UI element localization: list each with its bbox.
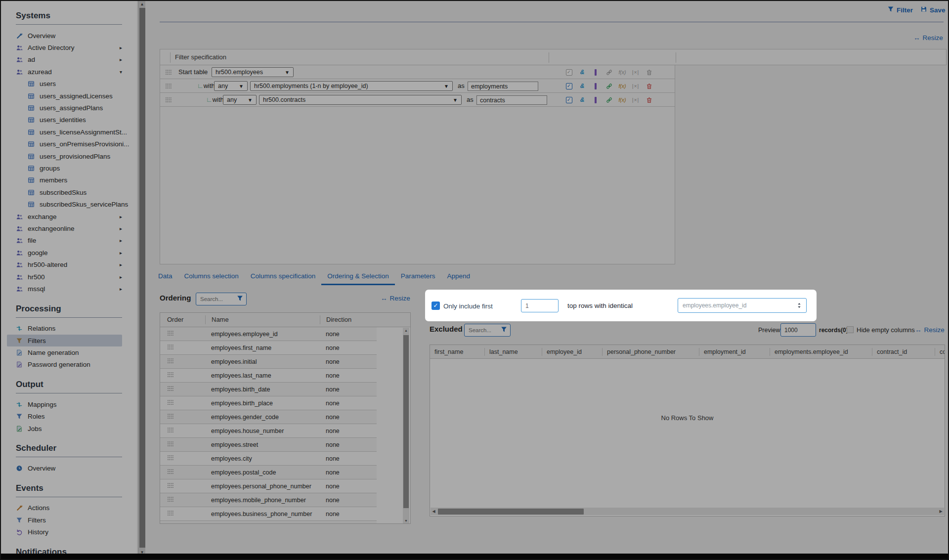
tab-parameters[interactable]: Parameters [395, 270, 441, 285]
delimiter-icon[interactable]: |×| [631, 83, 640, 89]
sidebar-item-actions[interactable]: Actions [7, 502, 122, 514]
drag-handle-icon[interactable] [167, 470, 174, 476]
drag-handle-icon[interactable] [167, 345, 174, 352]
top-rows-count-input[interactable] [521, 299, 559, 312]
sidebar-item-exchange[interactable]: exchange▸ [7, 211, 122, 222]
drag-handle-icon[interactable] [165, 97, 172, 103]
resize-filterspec-link[interactable]: ↔ Resize [913, 34, 943, 42]
delete-row-icon[interactable] [645, 69, 653, 76]
chevron-right-icon[interactable]: ▸ [120, 214, 122, 219]
sidebar-item-active-directory[interactable]: Active Directory▸ [7, 42, 122, 53]
ordering-row[interactable]: employees.personal_phone_numbernone [160, 479, 377, 493]
chevron-down-icon[interactable]: ▾ [120, 69, 122, 75]
drag-handle-icon[interactable] [167, 331, 174, 338]
row-enabled-checkbox[interactable]: ✓ [564, 69, 573, 76]
sidebar-item-password-generation[interactable]: Password generation [7, 359, 122, 371]
sidebar-item-users-assignedlicenses[interactable]: users_assignedLicenses [7, 90, 122, 102]
ordering-direction-value[interactable]: none [320, 358, 376, 365]
alias-input[interactable] [468, 82, 538, 91]
tab-data[interactable]: Data [152, 270, 178, 285]
sidebar-item-hr500[interactable]: hr500▸ [7, 271, 122, 283]
drag-handle-icon[interactable] [165, 83, 172, 89]
function-icon[interactable]: f(x) [618, 69, 627, 75]
excluded-hscrollbar[interactable]: ◀ ▶ [431, 508, 944, 515]
ordering-scrollbar-thumb[interactable] [403, 335, 409, 508]
only-include-first-checkbox[interactable]: ✓ [431, 302, 440, 310]
link-icon[interactable] [604, 97, 613, 103]
sidebar-item-jobs[interactable]: Jobs [7, 423, 122, 434]
sidebar-item-groups[interactable]: groups [7, 162, 122, 174]
chevron-right-icon[interactable]: ▸ [120, 286, 122, 292]
column-header-order[interactable]: Order [160, 315, 205, 324]
ordering-direction-value[interactable]: none [320, 400, 376, 407]
ordering-direction-value[interactable]: none [320, 428, 376, 434]
sidebar-item-users-provisionedplans[interactable]: users_provisionedPlans [7, 150, 122, 162]
sidebar-scrollbar[interactable]: ▲ ▼ [138, 1, 145, 556]
excluded-column-header-employee-id[interactable]: employee_id [542, 348, 602, 356]
ordering-direction-value[interactable]: none [320, 511, 376, 517]
excluded-column-header-co[interactable]: co [935, 348, 945, 356]
drag-handle-icon[interactable] [167, 442, 174, 449]
tab-columns-specification[interactable]: Columns specification [245, 270, 321, 285]
link-icon[interactable] [604, 83, 613, 89]
ordering-row[interactable]: employees.postal_codenone [160, 466, 377, 479]
excluded-search-input[interactable] [468, 327, 501, 334]
excluded-column-header-personal-phone-number[interactable]: personal_phone_number [602, 348, 699, 356]
ordering-direction-value[interactable]: none [320, 441, 376, 448]
ordering-direction-value[interactable]: none [320, 345, 376, 351]
sidebar-item-users[interactable]: users [7, 78, 122, 90]
ordering-direction-value[interactable]: none [320, 386, 376, 393]
delete-row-icon[interactable] [645, 97, 653, 103]
ordering-row[interactable]: employees.last_namenone [160, 369, 377, 383]
tab-ordering-selection[interactable]: Ordering & Selection [321, 270, 395, 285]
sidebar-item-mappings[interactable]: Mappings [7, 398, 122, 410]
sidebar-item-mssql[interactable]: mssql▸ [7, 283, 122, 295]
sidebar-item-members[interactable]: members [7, 174, 122, 186]
save-button[interactable]: Save [920, 6, 946, 14]
sidebar-item-file[interactable]: file▸ [7, 235, 122, 247]
ordering-direction-value[interactable]: none [320, 469, 376, 476]
drag-handle-icon[interactable] [167, 400, 174, 407]
ordering-search[interactable] [196, 293, 247, 305]
ordering-row[interactable]: employees.gender_codenone [160, 410, 377, 424]
row-enabled-checkbox[interactable]: ✓ [564, 97, 573, 103]
sidebar-item-filters[interactable]: Filters [7, 514, 122, 526]
column-bar-icon[interactable] [591, 83, 600, 89]
sidebar-item-hr500-altered[interactable]: hr500-altered▸ [7, 258, 122, 270]
delimiter-icon[interactable]: |×| [631, 97, 640, 103]
excluded-resize-link[interactable]: ↔ Resize [915, 326, 945, 334]
tab-columns-selection[interactable]: Columns selection [178, 270, 245, 285]
drag-handle-icon[interactable] [167, 483, 174, 490]
drag-handle-icon[interactable] [167, 359, 174, 366]
ordering-scrollbar[interactable]: ▲ ▼ [403, 328, 409, 523]
ordering-row[interactable]: employees.business_phone_numbernone [160, 507, 377, 521]
column-header-direction[interactable]: Direction [320, 315, 376, 324]
chevron-right-icon[interactable]: ▸ [120, 250, 122, 256]
tab-append[interactable]: Append [441, 270, 476, 285]
ordering-row[interactable]: employees.mobile_phone_numbernone [160, 493, 377, 507]
chevron-right-icon[interactable]: ▸ [120, 274, 122, 280]
sidebar-item-users-assignedplans[interactable]: users_assignedPlans [7, 102, 122, 114]
chevron-right-icon[interactable]: ▸ [120, 226, 122, 231]
start-table-select[interactable]: hr500.employees ▼ [212, 67, 294, 77]
ordering-direction-value[interactable]: none [320, 372, 376, 379]
chevron-right-icon[interactable]: ▸ [120, 57, 122, 62]
ordering-row[interactable]: employees.birth_placenone [160, 396, 377, 410]
scroll-right-icon[interactable]: ▶ [938, 508, 944, 515]
scroll-up-icon[interactable]: ▲ [138, 1, 146, 7]
ordering-resize-link[interactable]: ↔ Resize [381, 295, 410, 302]
sidebar-item-azuread[interactable]: azuread▾ [7, 66, 122, 78]
ordering-direction-value[interactable]: none [320, 455, 376, 462]
ordering-direction-value[interactable]: none [320, 483, 376, 490]
drag-handle-icon[interactable] [165, 69, 172, 76]
sidebar-item-exchangeonline[interactable]: exchangeonline▸ [7, 222, 122, 234]
concat-icon[interactable]: & [578, 69, 587, 76]
sidebar-item-google[interactable]: google▸ [7, 247, 122, 258]
join-mode-select[interactable]: any▼ [214, 81, 248, 91]
preview-count-input[interactable] [780, 323, 816, 337]
row-enabled-checkbox[interactable]: ✓ [564, 83, 573, 89]
sidebar-item-users-onpremisesprovisioni[interactable]: users_onPremisesProvisioni... [7, 138, 122, 150]
sidebar-item-overview[interactable]: Overview [7, 30, 122, 42]
concat-icon[interactable]: & [578, 96, 587, 103]
sidebar-item-overview[interactable]: Overview [7, 462, 122, 474]
